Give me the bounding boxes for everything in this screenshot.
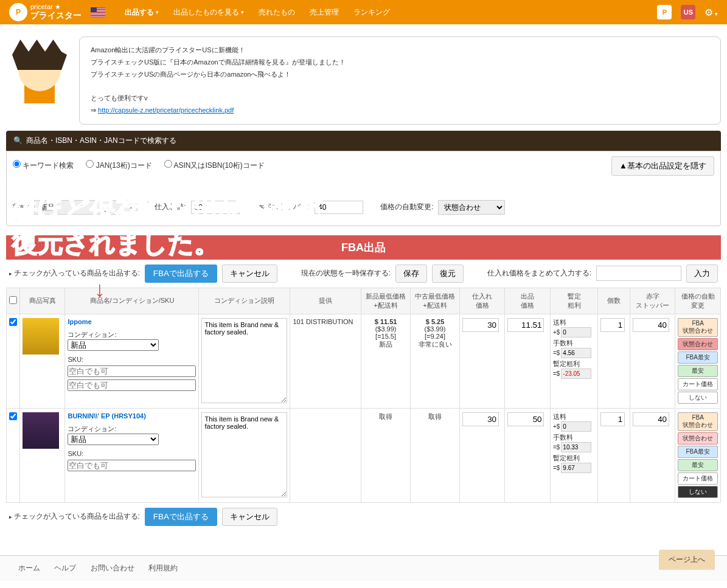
auto-price-button[interactable]: 最安 <box>678 459 718 471</box>
restore-button[interactable]: 復元 <box>432 265 464 283</box>
logo[interactable]: P pricetar ★ プライスター <box>9 3 82 21</box>
gear-icon[interactable]: ⚙ <box>704 7 718 18</box>
logo-subtitle: pricetar ★ <box>30 4 82 10</box>
hand-fee-input[interactable] <box>561 348 591 358</box>
action-bar-bottom: チェックが入っている商品を出品する: FBAで出品する キャンセル <box>6 503 721 531</box>
condition-desc-textarea[interactable]: This item is Brand new & factory sealed. <box>201 412 287 497</box>
action-bar-top: チェックが入っている商品を出品する: FBAで出品する キャンセル 現在の状態を… <box>6 260 721 288</box>
th-cost: 仕入れ 価格 <box>459 288 504 314</box>
hand-fee-input[interactable] <box>561 442 591 452</box>
nav-sold[interactable]: 売れたもの <box>251 7 302 18</box>
footer-help[interactable]: ヘルプ <box>54 564 76 572</box>
overlay-arrow-icon: ↓ <box>94 277 105 302</box>
footer-contact[interactable]: お問い合わせ <box>91 564 134 572</box>
bulk-input[interactable] <box>596 266 681 281</box>
nav-sales[interactable]: 売上管理 <box>302 7 346 18</box>
footer: ホーム ヘルプ お問い合わせ 利用規約 <box>0 555 727 581</box>
row-check[interactable] <box>9 412 17 420</box>
row-check[interactable] <box>9 318 17 326</box>
th-name: 商品名/コンディション/SKU <box>65 288 199 314</box>
auto-price-button[interactable]: 最安 <box>678 365 718 377</box>
auto-price-button[interactable]: FBA 状態合わせ <box>678 318 718 337</box>
auto-price-button[interactable]: カート価格 <box>678 378 718 390</box>
th-cond-desc: コンディション説明 <box>199 288 290 314</box>
p-icon[interactable]: P <box>657 5 672 19</box>
auto-price-button[interactable]: FBA 状態合わせ <box>678 412 718 431</box>
new-price-cell: $ 11.51($3.99)[=15.5]新品 <box>361 314 411 408</box>
bulk-label: 仕入れ価格をまとめて入力する: <box>487 268 591 278</box>
nav-listing[interactable]: 出品する <box>117 7 166 18</box>
provider-cell: 101 DISTRIBUTION <box>290 314 361 408</box>
save-button[interactable]: 保存 <box>395 265 427 283</box>
condition-select[interactable]: 新品 <box>68 434 159 445</box>
stopper-input[interactable] <box>315 201 363 214</box>
auto-price-button[interactable]: 状態合わせ <box>678 338 718 350</box>
sku-label: SKU: <box>68 450 196 457</box>
th-sell: 出品 価格 <box>505 288 550 314</box>
fba-submit-button[interactable]: FBAで出品する <box>145 265 217 283</box>
hide-settings-button[interactable]: ▲基本の出品設定を隠す <box>611 156 714 176</box>
qty-input[interactable] <box>600 412 625 426</box>
auto-price-button[interactable]: カート価格 <box>678 472 718 485</box>
provider-cell <box>290 408 361 502</box>
autoprice-select[interactable]: 状態合わせ <box>438 200 505 215</box>
cost-input[interactable] <box>462 318 499 332</box>
logo-icon: P <box>9 3 27 21</box>
radio-keyword[interactable]: キーワード検索 <box>13 160 74 171</box>
used-price-cell: $ 5.25($3.99)[=9.24]非常に良い <box>411 314 460 408</box>
ship-fee-input[interactable] <box>561 421 591 432</box>
th-used: 中古最低価格 +配送料 <box>411 288 460 314</box>
profit-label: 暫定粗利 <box>553 454 595 463</box>
auto-price-button[interactable]: しない <box>678 392 718 404</box>
sell-price-input[interactable] <box>507 412 544 426</box>
th-provider: 提供 <box>290 288 361 314</box>
nav-ranking[interactable]: ランキング <box>346 7 397 18</box>
navbar: P pricetar ★ プライスター 出品する 出品したものを見る 売れたもの… <box>0 0 727 24</box>
th-stopper: 赤字 ストッパー <box>630 288 675 314</box>
auto-price-button[interactable]: 状態合わせ <box>678 432 718 444</box>
fba-submit-button-2[interactable]: FBAで出品する <box>145 508 217 526</box>
product-name[interactable]: Ippome <box>68 318 196 325</box>
profit-input[interactable] <box>561 463 591 473</box>
check-all[interactable] <box>9 296 17 304</box>
product-name[interactable]: BURNIN\\' EP (HRSY104) <box>68 412 196 420</box>
nav-listed[interactable]: 出品したものを見る <box>166 7 251 18</box>
search-icon: 🔍 <box>13 136 23 145</box>
product-thumbnail <box>23 412 59 449</box>
cancel-button[interactable]: キャンセル <box>222 265 277 283</box>
page-up-button[interactable]: ページ上へ <box>659 550 715 570</box>
product-thumbnail <box>23 318 59 355</box>
listing-table: 商品写真 商品名/コンディション/SKU コンディション説明 提供 新品最低価格… <box>6 288 721 503</box>
sku-input-2[interactable] <box>68 379 196 391</box>
radio-jan[interactable]: JAN(13桁)コード <box>86 160 151 171</box>
stopper-input[interactable] <box>633 318 669 332</box>
auto-price-button[interactable]: FBA最安 <box>678 446 718 458</box>
qty-input[interactable] <box>600 318 625 332</box>
logo-title: プライスター <box>30 10 82 21</box>
profit-input[interactable] <box>561 368 591 379</box>
hand-fee-label: 手数料 <box>553 339 595 348</box>
sku-input[interactable] <box>68 365 196 377</box>
th-new: 新品最低価格 +配送料 <box>361 288 411 314</box>
info-link[interactable]: http://capsule-z.net/pricetar/pricecheck… <box>98 106 234 114</box>
footer-home[interactable]: ホーム <box>18 564 40 572</box>
info-bubble: Amazon輸出に大活躍のプライスターUSに新機能！ プライスチェックUS版に『… <box>79 36 721 125</box>
condition-desc-textarea[interactable]: This item is Brand new & factory sealed. <box>201 318 287 403</box>
new-price-cell: 取得 <box>361 408 411 502</box>
sku-label: SKU: <box>68 356 196 363</box>
cancel-button-2[interactable]: キャンセル <box>222 508 277 526</box>
auto-price-button[interactable]: しない <box>678 486 718 498</box>
sku-input[interactable] <box>68 460 196 471</box>
th-profit: 暫定 粗利 <box>550 288 597 314</box>
footer-terms[interactable]: 利用規約 <box>148 564 178 572</box>
auto-price-button[interactable]: FBA最安 <box>678 351 718 364</box>
radio-asin[interactable]: ASIN又はISBN(10桁)コード <box>164 160 265 171</box>
us-icon[interactable]: US <box>681 5 695 19</box>
ship-fee-input[interactable] <box>561 327 591 337</box>
condition-select[interactable]: 新品 <box>68 339 159 351</box>
bulk-input-button[interactable]: 入力 <box>686 265 718 283</box>
sell-price-input[interactable] <box>507 318 544 332</box>
stopper-input[interactable] <box>633 412 669 426</box>
cost-input[interactable] <box>462 412 499 426</box>
hand-fee-label: 手数料 <box>553 433 595 442</box>
